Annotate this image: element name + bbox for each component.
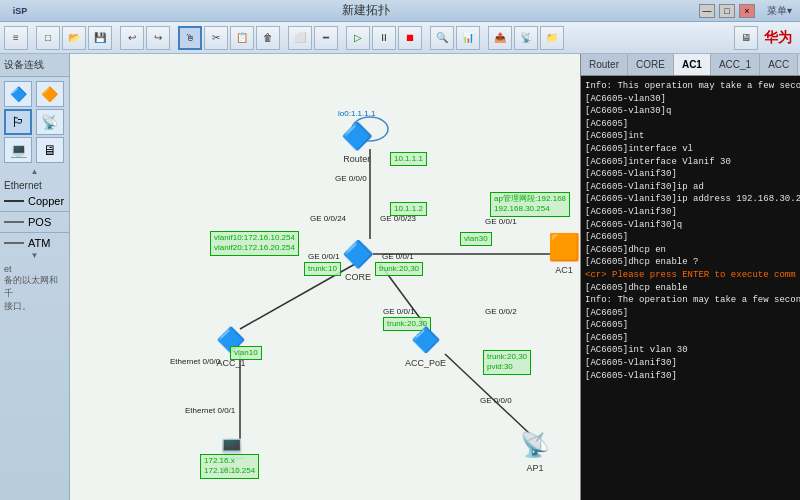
device-pc[interactable]: 💻 xyxy=(4,137,32,163)
iface-ge0023: GE 0/0/23 xyxy=(380,214,416,223)
term-line-3: [AC6605-vlan30]q xyxy=(585,105,796,118)
label-vlan10: vlan10 xyxy=(230,346,262,360)
tb-new[interactable]: □ xyxy=(36,26,60,50)
tab-router[interactable]: Router xyxy=(581,54,628,75)
node-core[interactable]: 🔷 CORE xyxy=(340,236,376,282)
node-router[interactable]: lo0:1.1.1.1 🔷 Router xyxy=(338,109,375,164)
divider1 xyxy=(0,211,69,212)
copper-label: Copper xyxy=(28,195,64,207)
tb-rect[interactable]: ⬜ xyxy=(288,26,312,50)
main-area: 设备连线 🔷 🔶 🏳 📡 💻 🖥 ▲ Ethernet Copper POS A… xyxy=(0,54,800,500)
term-line-22: [AC6605]int vlan 30 xyxy=(585,344,796,357)
tb-save[interactable]: 💾 xyxy=(88,26,112,50)
tb-pointer[interactable]: 🖱 xyxy=(178,26,202,50)
tab-acc[interactable]: ACC xyxy=(760,54,798,75)
node-ap1[interactable]: 📡 AP1 xyxy=(517,427,553,473)
term-line-9: [AC6605-Vlanif30]ip ad xyxy=(585,181,796,194)
term-line-19: [AC6605] xyxy=(585,307,796,320)
term-line-8: [AC6605-Vlanif30] xyxy=(585,168,796,181)
term-line-14: [AC6605]dhcp en xyxy=(585,244,796,257)
device-ap[interactable]: 📡 xyxy=(36,109,64,135)
tb-cut[interactable]: ✂ xyxy=(204,26,228,50)
device-router[interactable]: 🔷 xyxy=(4,81,32,107)
node-acc-poe[interactable]: 🔷 ACC_PoE xyxy=(405,322,446,368)
tb-chart[interactable]: 📊 xyxy=(456,26,480,50)
ethernet-label: Ethernet xyxy=(0,176,69,193)
tb-redo[interactable]: ↪ xyxy=(146,26,170,50)
tb-more1[interactable]: 📡 xyxy=(514,26,538,50)
term-line-10: [AC6605-Vlanif30]ip address 192.168.30.2… xyxy=(585,193,796,206)
canvas-area[interactable]: lo0:1.1.1.1 🔷 Router 10.1.1.1 GE 0/0/0 1… xyxy=(70,54,580,500)
atm-label: ATM xyxy=(28,237,50,249)
tb-monitor[interactable]: 🖥 xyxy=(734,26,758,50)
window-title: 新建拓扑 xyxy=(32,2,699,19)
copper-type[interactable]: Copper xyxy=(0,193,69,209)
core-icon: 🔷 xyxy=(340,236,376,272)
label-vlan30: vlan30 xyxy=(460,232,492,246)
atm-type[interactable]: ATM xyxy=(0,235,69,251)
tab-ac1[interactable]: AC1 xyxy=(674,54,711,75)
tb-undo[interactable]: ↩ xyxy=(120,26,144,50)
ap1-icon: 📡 xyxy=(517,427,553,463)
term-line-11: [AC6605-Vlanif30] xyxy=(585,206,796,219)
network-svg xyxy=(70,54,580,500)
terminal-content[interactable]: Info: This operation may take a few seco… xyxy=(581,76,800,500)
term-line-6: [AC6605]interface vl xyxy=(585,143,796,156)
tb-export[interactable]: 📤 xyxy=(488,26,512,50)
iface-eth001-pc1: Ethernet 0/0/1 xyxy=(185,406,235,415)
pos-label: POS xyxy=(28,216,51,228)
tb-more2[interactable]: 📁 xyxy=(540,26,564,50)
tb-copy[interactable]: 📋 xyxy=(230,26,254,50)
tb-line[interactable]: ━ xyxy=(314,26,338,50)
pos-line xyxy=(4,221,24,223)
terminal-panel: Router CORE AC1 ACC_1 ACC Info: This ope… xyxy=(580,54,800,500)
tb-open[interactable]: 📂 xyxy=(62,26,86,50)
node-router-label: Router xyxy=(343,154,370,164)
close-button[interactable]: × xyxy=(739,4,755,18)
scroll-up[interactable]: ▲ xyxy=(0,167,69,176)
term-line-4: [AC6605] xyxy=(585,118,796,131)
label-trunk-pvid: trunk:20,30pvid:30 xyxy=(483,350,531,375)
term-line-15: [AC6605]dhcp enable ? xyxy=(585,256,796,269)
label-ap-mgmt: ap管理网段:192.168192.168.30.254 xyxy=(490,192,570,217)
term-line-2: [AC6605-vlan30] xyxy=(585,93,796,106)
sidebar-description: et备的以太网和千接口。 xyxy=(0,260,69,500)
term-line-17: [AC6605]dhcp enable xyxy=(585,282,796,295)
device-server[interactable]: 🖥 xyxy=(36,137,64,163)
node-acc-poe-label: ACC_PoE xyxy=(405,358,446,368)
maximize-button[interactable]: □ xyxy=(719,4,735,18)
term-line-20: [AC6605] xyxy=(585,319,796,332)
node-ac1[interactable]: 🟧 AC1 xyxy=(546,229,580,275)
tb-pause[interactable]: ⏸ xyxy=(372,26,396,50)
node-ap1-label: AP1 xyxy=(526,463,543,473)
node-core-label: CORE xyxy=(345,272,371,282)
tab-acc1[interactable]: ACC_1 xyxy=(711,54,760,75)
tab-core[interactable]: CORE xyxy=(628,54,674,75)
tb-search[interactable]: 🔍 xyxy=(430,26,454,50)
huawei-logo: 华为 xyxy=(760,29,796,47)
sidebar: 设备连线 🔷 🔶 🏳 📡 💻 🖥 ▲ Ethernet Copper POS A… xyxy=(0,54,70,500)
node-router-toplabel: lo0:1.1.1.1 xyxy=(338,109,375,118)
isp-logo: iSP xyxy=(8,0,32,23)
label-10111: 10.1.1.1 xyxy=(390,152,427,166)
iface-acc-poe-ge001: GE 0/0/1 xyxy=(383,307,415,316)
tb-stop[interactable]: ⏹ xyxy=(398,26,422,50)
device-switch[interactable]: 🔶 xyxy=(36,81,64,107)
tb-menu[interactable]: ≡ xyxy=(4,26,28,50)
label-pc1-ip: 172.16.x172.16.10.254 xyxy=(200,454,259,479)
ac1-icon: 🟧 xyxy=(546,229,580,265)
minimize-button[interactable]: — xyxy=(699,4,715,18)
device-firewall[interactable]: 🏳 xyxy=(4,109,32,135)
iface-core-ge001l: GE 0/0/1 xyxy=(308,252,340,261)
tb-delete[interactable]: 🗑 xyxy=(256,26,280,50)
menu-button[interactable]: 菜单▾ xyxy=(767,4,792,18)
label-vlanif: vlanif10:172.16.10.254vlanif20:172.16.20… xyxy=(210,231,299,256)
router-icon: 🔷 xyxy=(339,118,375,154)
sidebar-desc-text: et备的以太网和千接口。 xyxy=(4,264,65,313)
pos-type[interactable]: POS xyxy=(0,214,69,230)
terminal-tabs: Router CORE AC1 ACC_1 ACC xyxy=(581,54,800,76)
scroll-down[interactable]: ▼ xyxy=(0,251,69,260)
atm-line xyxy=(4,242,24,244)
titlebar: iSP 新建拓扑 — □ × 菜单▾ xyxy=(0,0,800,22)
tb-play[interactable]: ▷ xyxy=(346,26,370,50)
